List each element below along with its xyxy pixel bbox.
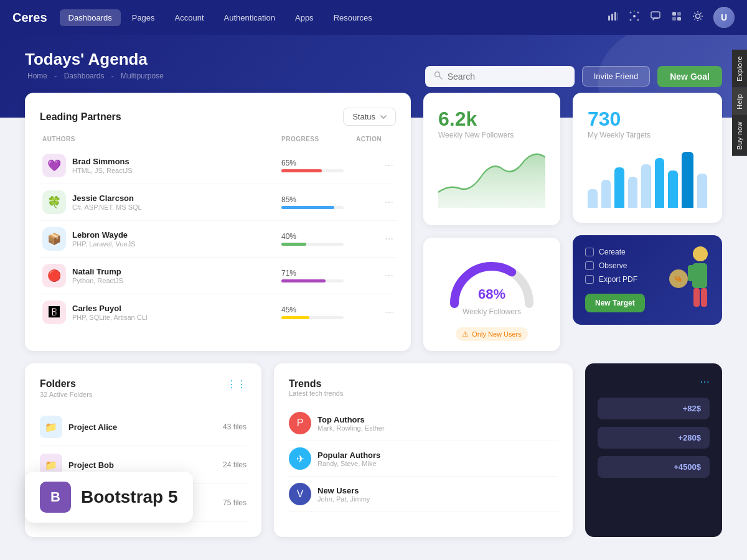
progress-bar-fill [281,206,334,209]
svg-rect-32 [701,288,707,307]
trend-row: V New Users John, Pat, Jimmy [289,477,558,512]
action-dots[interactable]: ⋯ [356,271,393,281]
progress-bar-bg [281,316,344,319]
author-avatar: 🅱 [42,301,66,324]
search-icon [434,71,443,82]
buy-now-tab[interactable]: Buy now [732,115,747,156]
progress-bar-bg [281,279,344,282]
svg-rect-3 [618,13,618,21]
followers-count: 6.2k [438,108,545,131]
action-dots[interactable]: ⋯ [356,234,393,244]
search-box[interactable] [425,66,575,87]
bootstrap-label: Bootstrap 5 [81,487,178,507]
invite-friend-button[interactable]: Invite Friend [582,66,651,86]
weekly-count: 730 [588,108,707,131]
folder-row: 📁 Project Alice 43 files [40,408,247,446]
chart-icon[interactable] [608,11,619,24]
svg-text:%: % [675,275,682,284]
folder-files: 24 files [223,460,247,469]
nav-pages[interactable]: Pages [123,9,164,26]
progress-pct: 40% [281,232,356,241]
grid-icon[interactable] [671,11,682,24]
action-dots[interactable]: ⋯ [356,161,393,170]
folders-title: Folders [40,378,92,390]
trends-list: P Top Authors Mark, Rowling, Esther ✈ Po… [289,406,558,512]
leading-partners-header: Leading Partners Status [40,108,396,126]
chat-icon[interactable] [650,11,661,24]
explore-tab[interactable]: Explore [732,50,747,88]
bar-5 [641,164,651,208]
search-input[interactable] [448,72,566,82]
bar-8 [682,152,693,208]
author-row: 🍀 Jessie Clarcson C#, ASP.NET, MS SQL 85… [40,184,396,221]
trend-name: Top Authors [317,415,385,424]
folder-info: 📁 Project Alice [40,416,117,438]
user-avatar[interactable]: U [713,7,735,28]
progress-bar-fill [281,169,322,172]
svg-line-22 [700,13,702,14]
author-row: 📦 Lebron Wayde PHP, Laravel, VueJS 40% ⋯ [40,221,396,258]
svg-text:68%: 68% [478,286,505,302]
folder-name: Project Bob [68,460,114,470]
progress-section: 45% [281,306,356,319]
author-name: Brad Simmons [72,157,133,166]
trends-card: Trends Latest tech trends P Top Authors … [274,363,573,537]
nav-account[interactable]: Account [166,9,213,26]
folder-icon: 📁 [40,416,62,438]
author-skills: PHP, Laravel, VueJS [72,240,136,248]
folders-subtitle: 32 Active Folders [40,391,92,398]
author-avatar: 🔴 [42,264,66,287]
nav-resources[interactable]: Resources [325,9,381,26]
author-name: Jessie Clarcson [72,194,142,203]
action-dots[interactable]: ⋯ [356,307,393,317]
svg-point-7 [630,19,632,21]
sun-icon[interactable] [692,11,703,24]
table-header: AUTHORS PROGRESS ACTION [40,136,396,142]
author-info: 📦 Lebron Wayde PHP, Laravel, VueJS [42,227,281,251]
weekly-targets-card: 730 My Weekly Targets [573,93,722,223]
gauge-container: 68% [433,248,550,310]
bar-6 [655,158,665,208]
bar-7 [668,170,678,208]
nav-dashboards[interactable]: Dashboards [60,9,121,26]
progress-pct: 85% [281,195,356,204]
dark-values: +82$+280$+4500$ [598,398,710,478]
nav-authentication[interactable]: Authentication [215,9,284,26]
dark-stats-panel: ⋯ +82$+280$+4500$ [585,363,722,537]
dark-value: +4500$ [598,456,710,478]
weekly-label: My Weekly Targets [588,131,707,139]
author-row: 🅱 Carles Puyol PHP, SQLite, Artisan CLI … [40,294,396,330]
progress-section: 71% [281,269,356,282]
svg-rect-0 [608,16,610,21]
folder-name: Project Alice [68,422,117,432]
author-info: 💜 Brad Simmons HTML, JS, ReactJS [42,154,281,177]
svg-rect-14 [677,17,681,21]
progress-bar-fill [281,243,306,246]
action-dots[interactable]: ⋯ [356,197,393,207]
author-name: Natali Trump [72,267,123,276]
new-target-button[interactable]: New Target [585,294,645,312]
trend-name: New Users [317,486,370,495]
svg-rect-31 [693,288,700,307]
author-skills: Python, ReactJS [72,277,123,284]
progress-pct: 45% [281,306,356,314]
svg-line-23 [695,19,696,20]
dark-value: +280$ [598,427,710,449]
center-column: 6.2k Weekly New Followers [423,93,560,351]
nav-apps[interactable]: Apps [286,9,322,26]
sparkle-icon[interactable] [629,11,640,24]
progress-bar-fill [281,279,326,282]
new-goal-button[interactable]: New Goal [657,66,722,87]
brand-logo: Ceres [12,11,47,25]
svg-point-27 [693,246,708,261]
folders-more-icon[interactable]: ⋮⋮ [227,378,247,390]
trend-icon: V [289,483,311,505]
nav-links: Dashboards Pages Account Authentication … [60,9,381,26]
svg-point-5 [630,12,632,14]
status-dropdown[interactable]: Status [343,108,396,126]
trends-subtitle: Latest tech trends [289,390,558,397]
help-tab[interactable]: Help [732,88,747,116]
target-card: CereateObserveExport PDF New Target % [573,235,722,325]
trend-icon: ✈ [289,447,311,470]
author-name: Lebron Wayde [72,230,136,240]
